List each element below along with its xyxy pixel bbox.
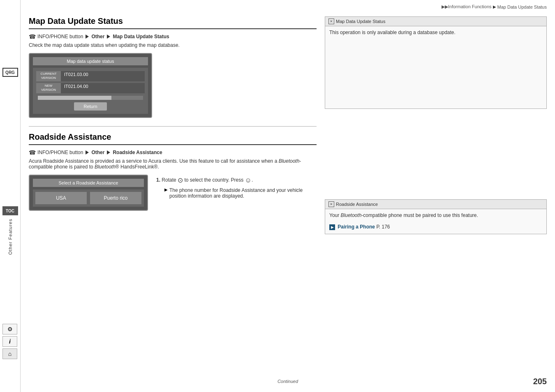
- step1: 1. Rotate ⊙ to select the country. Press…: [156, 176, 317, 184]
- note-link-pairing[interactable]: Pairing a Phone: [338, 224, 375, 230]
- section2-layout: Select a Roadside Assistance USA Puerto …: [29, 175, 317, 211]
- section2-screen-area: Select a Roadside Assistance USA Puerto …: [29, 175, 148, 211]
- breadcrumb-arrow: ▶: [493, 5, 496, 9]
- note-box-2-body: Your Bluetooth-compatible phone must be …: [325, 209, 546, 234]
- phone-icon-2: ☎: [29, 149, 36, 156]
- settings-icon[interactable]: ⚙: [2, 324, 17, 334]
- continued-label: Continued: [278, 379, 298, 384]
- screen1-body: CURRENT VERSION IT021.03.00 NEW VERSION …: [33, 68, 148, 114]
- phone-icon-1: ☎: [29, 33, 36, 40]
- instruction-other-2: Other: [91, 150, 104, 155]
- screen1-current-row: CURRENT VERSION IT021.03.00: [36, 71, 145, 81]
- screen1-progress: [38, 96, 143, 100]
- note-box-1-body: This operation is only available during …: [325, 26, 546, 108]
- instruction-prefix-2: INFO/PHONE button: [37, 150, 83, 155]
- toc-badge[interactable]: TOC: [2, 206, 18, 215]
- screen2-body: USA Puerto rico: [33, 189, 144, 207]
- note-box-1-text: This operation is only available during …: [329, 30, 456, 35]
- section1-instruction: ☎ INFO/PHONE button Other Map Data Updat…: [29, 33, 317, 40]
- note-box-2-italic: Bluetooth: [341, 212, 362, 218]
- section-divider: [29, 126, 317, 127]
- instruction-bold-1: Map Data Update Status: [113, 34, 169, 39]
- screen1-return-btn[interactable]: Return: [74, 102, 107, 111]
- arrow-icon-1: [86, 35, 89, 39]
- instruction-prefix-1: INFO/PHONE button: [37, 34, 83, 39]
- section2: Roadside Assistance ☎ INFO/PHONE button …: [29, 132, 317, 211]
- screen1-new-row: NEW VERSION IT021.04.00: [36, 83, 145, 93]
- screen1-new-label: NEW VERSION: [36, 83, 61, 93]
- sidebar-section-label: Other Features: [8, 219, 13, 255]
- content-right: ✕ Map Data Update Status This operation …: [325, 16, 547, 242]
- step1-number: 1.: [156, 177, 160, 182]
- screen2-option2: Puerto rico: [90, 192, 141, 204]
- note-box-1: ✕ Map Data Update Status This operation …: [325, 16, 547, 109]
- section2-instruction: ☎ INFO/PHONE button Other Roadside Assis…: [29, 149, 317, 156]
- note-link-icon: ▶: [329, 224, 335, 230]
- note-icon-1: ✕: [328, 18, 334, 24]
- section2-steps-area: 1. Rotate ⊙ to select the country. Press…: [156, 175, 317, 199]
- content-left: Map Data Update Status ☎ INFO/PHONE butt…: [29, 16, 317, 211]
- rotate-icon: ⊙: [178, 177, 183, 184]
- note-box-2-title: Roadside Assistance: [336, 202, 378, 207]
- step1-sub: ▶ The phone number for Roadside Assistan…: [156, 187, 317, 199]
- note-icon-2: ✕: [328, 201, 334, 207]
- note-box-1-header: ✕ Map Data Update Status: [325, 17, 546, 26]
- note-box-2: ✕ Roadside Assistance Your Bluetooth-com…: [325, 199, 547, 234]
- main-content: ▶▶Information Functions ▶ Map Data Updat…: [21, 0, 555, 392]
- arrow-icon-2: [107, 35, 110, 39]
- steps-list: 1. Rotate ⊙ to select the country. Press…: [156, 176, 317, 199]
- section1: Map Data Update Status ☎ INFO/PHONE butt…: [29, 16, 317, 118]
- arrow-icon-3: [86, 150, 89, 154]
- instruction-other-1: Other: [91, 34, 104, 39]
- note-box-2-text1: Your: [329, 212, 341, 218]
- arrow-icon-4: [107, 150, 110, 154]
- section2-description: Acura Roadside Assistance is provided as…: [29, 158, 317, 170]
- page-footer: Continued 205: [29, 379, 547, 384]
- breadcrumb-part1: ▶▶Information Functions: [442, 4, 492, 9]
- section1-description: Check the map data update status when up…: [29, 42, 317, 48]
- screen1-current-value: IT021.03.00: [61, 71, 145, 81]
- home-icon[interactable]: ⌂: [2, 348, 17, 359]
- section1-title: Map Data Update Status: [29, 16, 317, 29]
- note-box-2-text2: -compatible phone must be paired to use …: [361, 212, 478, 218]
- step1-sub-text: The phone number for Roadside Assistance…: [169, 187, 317, 199]
- screen1-new-value: IT021.04.00: [61, 83, 145, 93]
- screen2-title: Select a Roadside Assistance: [33, 179, 144, 187]
- screen2-option1: USA: [35, 192, 87, 204]
- note-link-suffix: P. 176: [376, 224, 390, 230]
- screen1-current-label: CURRENT VERSION: [36, 71, 61, 81]
- page-number: 205: [533, 377, 547, 386]
- screen-mockup-1: Map data update status CURRENT VERSION I…: [29, 53, 152, 118]
- sidebar-icon-group: ⚙ i ⌂: [2, 324, 17, 359]
- sidebar: QRG TOC Other Features ⚙ i ⌂: [0, 0, 21, 392]
- note-box-2-header: ✕ Roadside Assistance: [325, 200, 546, 209]
- screen1-title: Map data update status: [33, 57, 148, 65]
- instruction-bold-2: Roadside Assistance: [113, 150, 162, 155]
- section2-title: Roadside Assistance: [29, 132, 317, 145]
- sub-arrow-icon: ▶: [164, 187, 168, 199]
- press-icon: ☺: [245, 176, 252, 183]
- breadcrumb: ▶▶Information Functions ▶ Map Data Updat…: [442, 4, 547, 9]
- info-icon[interactable]: i: [2, 336, 17, 347]
- note-box-1-title: Map Data Update Status: [336, 19, 385, 24]
- screen-mockup-2: Select a Roadside Assistance USA Puerto …: [29, 175, 148, 211]
- screen1-progress-fill: [38, 96, 111, 100]
- breadcrumb-part2: Map Data Update Status: [497, 5, 547, 9]
- qrg-badge[interactable]: QRG: [2, 68, 18, 77]
